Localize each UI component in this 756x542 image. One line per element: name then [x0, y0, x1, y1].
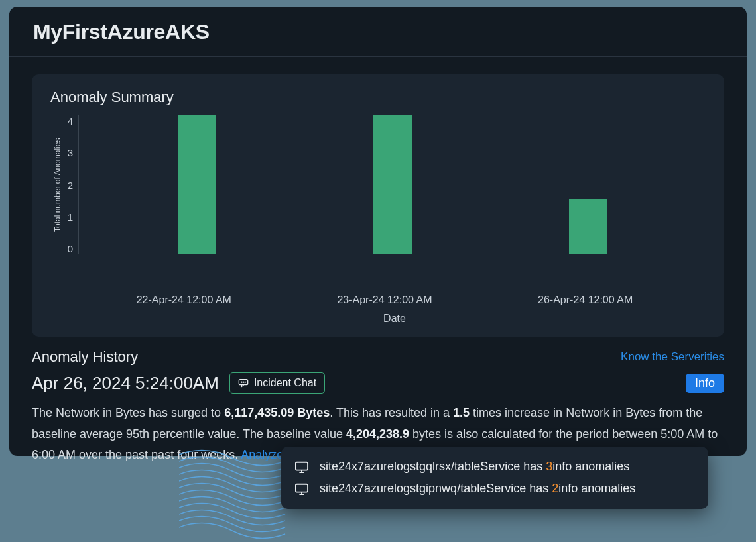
y-tick: 0: [65, 243, 73, 254]
monitor-icon: [294, 482, 309, 496]
tip-text-a: site24x7azurelogstgipnwq/tableService ha…: [320, 482, 552, 495]
tooltip-row: site24x7azurelogstgqlrsx/tableService ha…: [294, 456, 695, 478]
svg-point-3: [245, 382, 245, 382]
summary-title: Anomaly Summary: [50, 89, 706, 106]
desc-value: 1.5: [453, 406, 470, 419]
tooltip-text: site24x7azurelogstgipnwq/tableService ha…: [320, 482, 635, 496]
y-axis-ticks: 4 3 2 1 0: [65, 115, 78, 254]
tooltip-row: site24x7azurelogstgipnwq/tableService ha…: [294, 478, 695, 500]
tip-text-b: info anomalies: [558, 482, 635, 495]
page-title: MyFirstAzureAKS: [9, 7, 747, 57]
tip-count: 3: [546, 460, 552, 473]
desc-text: . This has resulted in a: [330, 406, 453, 419]
svg-rect-5: [296, 484, 308, 492]
history-timestamp: Apr 26, 2024 5:24:00AM: [32, 373, 219, 394]
svg-point-1: [241, 382, 242, 382]
svg-rect-4: [296, 462, 308, 470]
anomaly-chart: Total number of Anomalies 4 3 2 1 0: [50, 115, 706, 288]
x-tick: 22-Apr-24 12:00 AM: [137, 294, 231, 306]
chart-plot-area: [78, 115, 706, 254]
x-axis-ticks: 22-Apr-24 12:00 AM 23-Apr-24 12:00 AM 26…: [50, 288, 706, 306]
x-tick: 26-Apr-24 12:00 AM: [538, 294, 633, 306]
bars-container: [79, 115, 706, 254]
anomaly-summary-card: Anomaly Summary Total number of Anomalie…: [32, 74, 724, 337]
desc-value: 6,117,435.09 Bytes: [224, 406, 330, 419]
x-axis-label: Date: [50, 313, 706, 325]
tip-text-b: info anomalies: [552, 460, 629, 473]
x-tick: 23-Apr-24 12:00 AM: [337, 294, 432, 306]
incident-chat-label: Incident Chat: [254, 377, 316, 389]
severity-badge: Info: [686, 374, 724, 393]
incident-chat-button[interactable]: Incident Chat: [229, 372, 325, 394]
chat-icon: [238, 378, 249, 388]
y-tick: 1: [65, 211, 73, 223]
y-tick: 4: [65, 115, 73, 127]
anomaly-tooltip: site24x7azurelogstgqlrsx/tableService ha…: [281, 447, 708, 509]
tip-count: 2: [552, 482, 558, 495]
y-tick: 2: [65, 180, 73, 191]
chart-bar[interactable]: [569, 199, 607, 254]
know-severities-link[interactable]: Know the Serverities: [621, 351, 724, 364]
tip-text-a: site24x7azurelogstgqlrsx/tableService ha…: [320, 460, 546, 473]
y-axis-label: Total number of Anomalies: [50, 115, 65, 254]
history-title: Anomaly History: [32, 349, 138, 366]
tooltip-text: site24x7azurelogstgqlrsx/tableService ha…: [320, 460, 629, 474]
desc-text: The Network in Bytes has surged to: [32, 406, 224, 419]
chart-bar[interactable]: [178, 115, 216, 254]
main-panel: MyFirstAzureAKS Anomaly Summary Total nu…: [9, 7, 747, 456]
monitor-icon: [294, 461, 309, 474]
chart-bar[interactable]: [373, 115, 412, 254]
svg-point-2: [243, 382, 243, 382]
y-tick: 3: [65, 147, 73, 158]
desc-value: 4,204,238.9: [346, 427, 409, 441]
